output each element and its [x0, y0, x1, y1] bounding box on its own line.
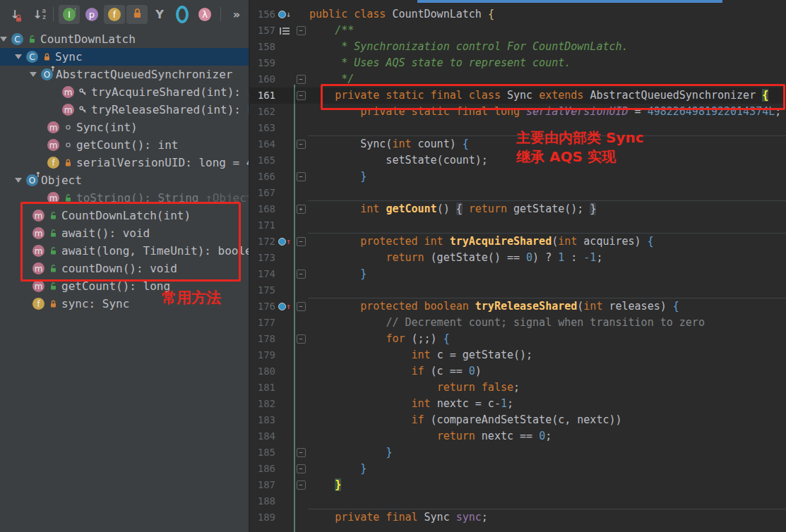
code-line-168[interactable]: 168+ int getCount() { return getState();… — [250, 201, 786, 217]
expand-arrow-icon[interactable] — [15, 54, 22, 59]
tree-item-abstractqueuedsynchronizer[interactable]: O↑AbstractQueuedSynchronizer — [0, 66, 249, 83]
line-number[interactable]: 187 — [250, 477, 275, 493]
line-number[interactable]: 172 — [250, 234, 275, 250]
code-line-174[interactable]: 174− } — [250, 266, 786, 282]
line-number[interactable]: 156 — [250, 6, 275, 23]
fold-open-icon[interactable]: − — [297, 140, 306, 149]
sort-alphabetically-button[interactable]: ↓za — [27, 5, 48, 24]
tree-item-getcount-int[interactable]: mgetCount(): int — [0, 136, 249, 154]
code-line-175[interactable]: 175 — [250, 282, 786, 298]
override-down-icon[interactable]: ↓ — [278, 11, 291, 18]
show-anonymous-classes-button[interactable]: Y — [149, 5, 170, 24]
code-line-171[interactable]: 171 — [250, 217, 786, 234]
line-number[interactable]: 184 — [250, 428, 275, 445]
code-line-177[interactable]: 177 // Decrement count; signal when tran… — [250, 315, 786, 331]
fold-close-marker[interactable]: − — [294, 445, 308, 461]
tree-item-serialversionuid-long-4982264981922014374l[interactable]: fserialVersionUID: long = 49822649819220… — [0, 154, 249, 171]
code-line-178[interactable]: 178− for (;;) { — [250, 331, 786, 347]
show-non-public-members-button[interactable] — [126, 5, 148, 24]
show-properties-button[interactable]: p — [81, 5, 102, 24]
tree-item-countdownlatch[interactable]: CCountDownLatch — [0, 30, 249, 48]
code-line-183[interactable]: 183 if (compareAndSetState(c, nextc)) — [250, 412, 786, 428]
override-up-gutter[interactable]: ↑ — [275, 234, 294, 250]
line-number[interactable]: 182 — [250, 396, 275, 412]
line-number[interactable]: 178 — [250, 331, 275, 347]
code-line-187[interactable]: 187− } — [250, 477, 786, 493]
line-number[interactable]: 166 — [250, 169, 275, 185]
code-line-166[interactable]: 166− } — [250, 169, 786, 185]
line-number[interactable]: 183 — [250, 412, 275, 428]
fold-open-marker[interactable]: − — [294, 298, 308, 315]
code-line-167[interactable]: 167 — [250, 185, 786, 201]
expand-arrow-icon[interactable] — [0, 37, 7, 42]
code-line-173[interactable]: 173 return (getState() == 0) ? 1 : -1; — [250, 250, 786, 266]
line-number[interactable]: 171 — [250, 217, 275, 234]
code-line-176[interactable]: 176↑− protected boolean tryReleaseShared… — [250, 298, 786, 315]
line-number[interactable]: 167 — [250, 185, 275, 201]
line-number[interactable]: 180 — [250, 363, 275, 380]
code-line-157[interactable]: 157− /** — [250, 23, 786, 39]
fold-plus-marker[interactable]: + — [294, 201, 308, 217]
fold-close-marker[interactable]: − — [294, 169, 308, 185]
fold-close-icon[interactable]: − — [297, 448, 306, 457]
line-number[interactable]: 175 — [250, 282, 275, 298]
expand-arrow-icon[interactable] — [15, 178, 22, 183]
fold-open-marker[interactable]: − — [294, 87, 308, 104]
line-number[interactable]: 159 — [250, 55, 275, 71]
fold-open-icon[interactable]: − — [297, 91, 306, 100]
fold-close-marker[interactable]: − — [294, 71, 308, 87]
editor-pane[interactable]: 156↓public class CountDownLatch {157− /*… — [250, 0, 786, 532]
code-line-186[interactable]: 186− } — [250, 461, 786, 477]
code-line-188[interactable]: 188 — [250, 493, 786, 509]
line-number[interactable]: 163 — [250, 120, 275, 136]
javadoc-render-icon[interactable] — [280, 28, 290, 35]
fold-close-icon[interactable]: − — [297, 480, 306, 490]
fold-close-icon[interactable]: − — [297, 270, 306, 279]
override-down-gutter[interactable]: ↓ — [275, 6, 294, 23]
fold-open-marker[interactable]: − — [294, 23, 308, 39]
code-line-158[interactable]: 158 * Synchronization control For CountD… — [250, 39, 786, 55]
code-line-156[interactable]: 156↓public class CountDownLatch { — [250, 6, 786, 23]
more-actions-button[interactable]: » — [226, 5, 247, 24]
show-interfaces-toggle-button[interactable] — [172, 5, 193, 24]
code-line-159[interactable]: 159 * Uses AQS state to represent count. — [250, 55, 786, 71]
line-number[interactable]: 177 — [250, 315, 275, 331]
fold-open-icon[interactable]: − — [297, 237, 306, 246]
line-number[interactable]: 168 — [250, 201, 275, 217]
line-number[interactable]: 179 — [250, 347, 275, 363]
line-number[interactable]: 173 — [250, 250, 275, 266]
fold-open-marker[interactable]: − — [294, 331, 308, 347]
code-line-182[interactable]: 182 int nextc = c-1; — [250, 396, 786, 412]
line-number[interactable]: 162 — [250, 104, 275, 120]
line-number[interactable]: 186 — [250, 461, 275, 477]
line-number[interactable]: 174 — [250, 266, 275, 282]
javadoc-gutter[interactable] — [275, 23, 294, 39]
show-inherited-members-button[interactable]: I↑ — [59, 5, 80, 24]
tree-item-tryacquireshared-int-int[interactable]: mtryAcquireShared(int): int ↑ — [0, 83, 249, 101]
fold-open-icon[interactable]: − — [297, 302, 306, 311]
override-up-icon[interactable]: ↑ — [278, 303, 291, 310]
code-line-180[interactable]: 180 if (c == 0) — [250, 363, 786, 380]
code-line-172[interactable]: 172↑− protected int tryAcquireShared(int… — [250, 234, 786, 250]
fold-open-icon[interactable]: − — [297, 334, 306, 344]
sort-by-visibility-button[interactable]: ↓ — [4, 5, 25, 24]
expand-arrow-icon[interactable] — [30, 72, 37, 77]
fold-close-marker[interactable]: − — [294, 477, 308, 493]
code-line-184[interactable]: 184 return nextc == 0; — [250, 428, 786, 445]
code-line-189[interactable]: 189 private final Sync sync; — [250, 509, 786, 526]
fold-open-marker[interactable]: − — [294, 136, 308, 152]
line-number[interactable]: 164 — [250, 136, 275, 152]
fold-close-marker[interactable]: − — [294, 461, 308, 477]
fold-close-marker[interactable]: − — [294, 266, 308, 282]
fold-open-icon[interactable]: − — [297, 26, 306, 35]
show-fields-button[interactable]: f — [104, 5, 125, 24]
fold-open-marker[interactable]: − — [294, 234, 308, 250]
line-number[interactable]: 185 — [250, 445, 275, 461]
line-number[interactable]: 158 — [250, 39, 275, 55]
fold-close-icon[interactable]: − — [297, 75, 306, 84]
override-up-icon[interactable]: ↑ — [278, 238, 291, 246]
line-number[interactable]: 188 — [250, 493, 275, 509]
tree-item-tryreleaseshared-int-boolean[interactable]: mtryReleaseShared(int): boolean — [0, 101, 249, 119]
fold-close-icon[interactable]: − — [297, 464, 306, 473]
code-line-179[interactable]: 179 int c = getState(); — [250, 347, 786, 363]
